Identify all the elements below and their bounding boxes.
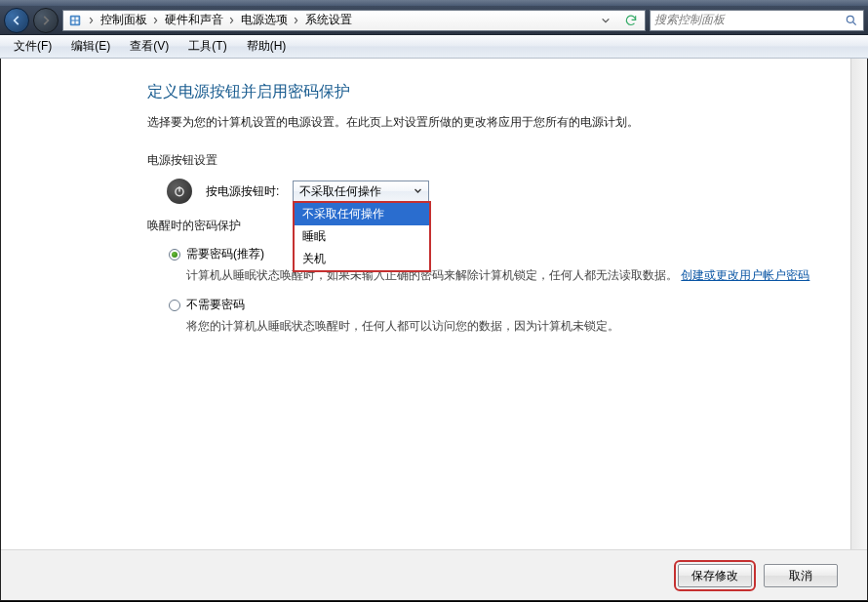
menu-tools[interactable]: 工具(T): [180, 36, 234, 57]
chevron-right-icon: [153, 16, 159, 25]
radio-label[interactable]: 不需要密码: [186, 297, 245, 313]
refresh-icon[interactable]: [621, 12, 641, 29]
dropdown-option[interactable]: 关机: [295, 248, 429, 270]
search-placeholder: 搜索控制面板: [654, 12, 725, 28]
chevron-down-icon: [414, 184, 422, 198]
power-action-dropdown: 不采取任何操作 睡眠 关机: [293, 201, 431, 272]
power-button-row: 按电源按钮时: 不采取任何操作 不采取任何操作 睡眠 关机: [167, 179, 838, 204]
svg-rect-1: [72, 17, 75, 20]
section-power-button: 电源按钮设置: [147, 152, 838, 169]
menu-edit[interactable]: 编辑(E): [63, 36, 118, 57]
power-icon: [167, 179, 192, 204]
save-button[interactable]: 保存修改: [678, 564, 752, 587]
breadcrumb-item[interactable]: 控制面板: [100, 12, 147, 28]
forward-button[interactable]: [33, 8, 59, 33]
cancel-button[interactable]: 取消: [764, 564, 838, 587]
breadcrumb-item[interactable]: 电源选项: [241, 12, 288, 28]
power-action-selected: 不采取任何操作: [299, 183, 381, 200]
breadcrumb-item[interactable]: 系统设置: [305, 12, 352, 28]
chevron-right-icon: [89, 16, 95, 25]
navigation-toolbar: 控制面板 硬件和声音 电源选项 系统设置 搜索控制面板: [0, 6, 868, 35]
radio-require-password: 需要密码(推荐) 计算机从睡眠状态唤醒时，如果未输入正确的密码来解除计算机锁定，…: [169, 246, 838, 285]
svg-rect-4: [76, 20, 79, 23]
menu-file[interactable]: 文件(F): [6, 36, 59, 57]
radio-label[interactable]: 需要密码(推荐): [186, 246, 264, 262]
content-area: 定义电源按钮并启用密码保护 选择要为您的计算机设置的电源设置。在此页上对设置所做…: [0, 59, 868, 601]
address-bar[interactable]: 控制面板 硬件和声音 电源选项 系统设置: [62, 10, 646, 31]
svg-point-5: [847, 16, 853, 22]
account-password-link[interactable]: 创建或更改用户帐户密码: [681, 268, 809, 282]
svg-rect-0: [70, 15, 81, 25]
dropdown-option[interactable]: 不采取任何操作: [295, 203, 429, 225]
address-dropdown-icon[interactable]: [596, 12, 615, 29]
chevron-right-icon: [229, 16, 235, 25]
breadcrumb-root-icon: [67, 13, 83, 28]
section-wake-password: 唤醒时的密码保护: [147, 218, 838, 234]
radio-description: 将您的计算机从睡眠状态唤醒时，任何人都可以访问您的数据，因为计算机未锁定。: [186, 317, 838, 336]
control-panel-window: 控制面板 硬件和声音 电源选项 系统设置 搜索控制面板 文件(F) 编辑(E) …: [0, 0, 868, 602]
radio-no-password: 不需要密码 将您的计算机从睡眠状态唤醒时，任何人都可以访问您的数据，因为计算机未…: [169, 297, 838, 336]
page-subtitle: 选择要为您的计算机设置的电源设置。在此页上对设置所做的更改将应用于您所有的电源计…: [147, 114, 838, 131]
search-icon[interactable]: [844, 13, 859, 28]
radio-input[interactable]: [169, 300, 180, 311]
radio-description: 计算机从睡眠状态唤醒时，如果未输入正确的密码来解除计算机锁定，任何人都无法读取数…: [186, 266, 838, 285]
back-button[interactable]: [4, 8, 29, 33]
radio-input[interactable]: [169, 249, 180, 261]
chevron-right-icon: [294, 16, 299, 25]
menu-view[interactable]: 查看(V): [122, 36, 177, 57]
power-button-label: 按电源按钮时:: [206, 183, 279, 200]
page-title: 定义电源按钮并启用密码保护: [147, 82, 838, 102]
dropdown-option[interactable]: 睡眠: [295, 225, 429, 248]
search-input[interactable]: 搜索控制面板: [650, 10, 864, 31]
svg-rect-2: [76, 17, 79, 20]
menu-help[interactable]: 帮助(H): [239, 36, 295, 57]
scrollbar[interactable]: [850, 59, 867, 549]
footer-bar: 保存修改 取消: [1, 549, 867, 600]
svg-rect-3: [72, 20, 75, 23]
power-action-select[interactable]: 不采取任何操作 不采取任何操作 睡眠 关机: [293, 181, 429, 202]
breadcrumb-item[interactable]: 硬件和声音: [165, 12, 223, 28]
menu-bar: 文件(F) 编辑(E) 查看(V) 工具(T) 帮助(H): [0, 35, 868, 59]
